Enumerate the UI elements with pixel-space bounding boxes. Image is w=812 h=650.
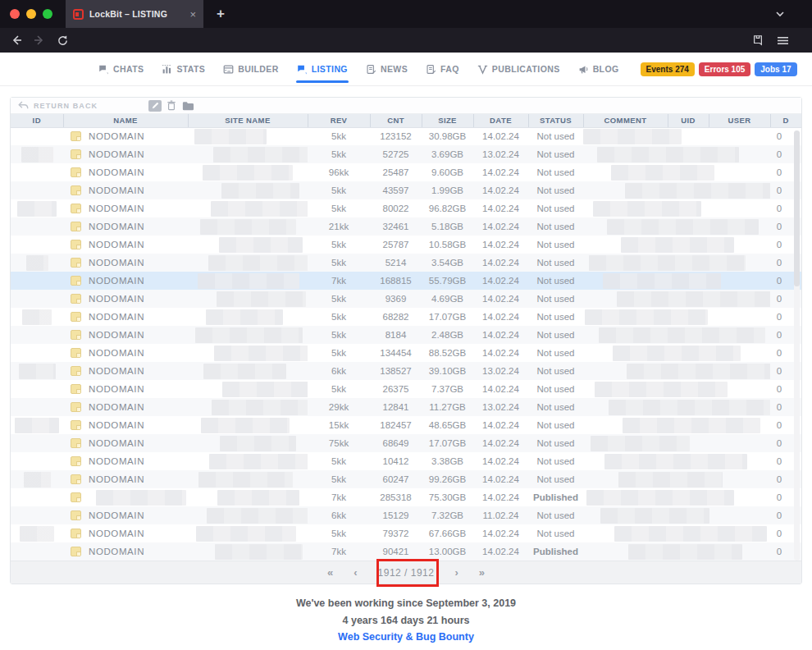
nav-item-builder[interactable]: BUILDER <box>223 64 278 75</box>
col-header-comment[interactable]: COMMENT <box>583 114 668 127</box>
table-row[interactable]: NODOMAIN 5kk 5214 3.54GB 14.02.24 Not us… <box>11 254 801 272</box>
table-row[interactable]: NODOMAIN 5kk 68282 17.07GB 14.02.24 Not … <box>11 308 801 326</box>
table-row[interactable]: NODOMAIN 5kk 8184 2.48GB 14.02.24 Not us… <box>11 326 801 344</box>
redacted-comment-uid-user <box>603 273 721 289</box>
row-name: NODOMAIN <box>89 149 144 159</box>
redacted-id <box>24 472 51 488</box>
table-row[interactable]: NODOMAIN 7kk 168815 55.79GB 14.02.24 Not… <box>11 272 801 290</box>
reload-icon[interactable] <box>54 32 71 48</box>
col-header-name[interactable]: NAME <box>63 114 188 127</box>
table-row[interactable]: NODOMAIN 5kk 79372 67.66GB 14.02.24 Not … <box>11 524 801 542</box>
nav-item-chats[interactable]: CHATS <box>98 64 144 75</box>
close-tab-icon[interactable]: × <box>189 9 196 20</box>
redacted-comment-uid-user <box>617 291 770 307</box>
extensions-icon[interactable] <box>750 32 766 48</box>
prev-page-button[interactable]: ‹ <box>354 566 357 579</box>
row-size: 1.99GB <box>422 181 473 199</box>
publications-icon <box>477 64 488 75</box>
pencil-icon <box>152 102 159 109</box>
nav-item-blog[interactable]: BLOG <box>578 64 619 75</box>
row-cnt: 5214 <box>370 254 422 272</box>
redacted-comment-uid-user <box>595 382 728 397</box>
col-header-size[interactable]: SIZE <box>422 114 473 127</box>
table-row[interactable]: NODOMAIN 5kk 9369 4.69GB 14.02.24 Not us… <box>11 290 801 308</box>
table-row[interactable]: NODOMAIN 6kk 138527 39.10GB 13.02.24 Not… <box>11 362 801 380</box>
forward-icon[interactable] <box>31 32 48 48</box>
table-row[interactable]: NODOMAIN 5kk 25787 10.58GB 14.02.24 Not … <box>11 236 801 254</box>
table-row[interactable]: NODOMAIN 15kk 182457 48.65GB 14.02.24 No… <box>11 416 801 434</box>
minimize-window-button[interactable] <box>26 9 36 19</box>
table-row[interactable]: NODOMAIN 5kk 134454 88.52GB 14.02.24 Not… <box>11 344 801 362</box>
table-row[interactable]: NODOMAIN 5kk 26375 7.37GB 14.02.24 Not u… <box>11 380 801 398</box>
table-row[interactable]: NODOMAIN 5kk 10412 3.38GB 14.02.24 Not u… <box>11 452 801 470</box>
table-row[interactable]: NODOMAIN 96kk 25487 9.60GB 14.02.24 Not … <box>11 163 801 181</box>
col-header-status[interactable]: STATUS <box>528 114 583 127</box>
table-row[interactable]: NODOMAIN 6kk 15129 7.32GB 11.02.24 Not u… <box>11 506 801 524</box>
next-page-button[interactable]: › <box>454 566 458 579</box>
errors-badge[interactable]: Errors 105 <box>699 62 750 76</box>
row-status: Not used <box>528 199 583 217</box>
table-row[interactable]: NODOMAIN 5kk 123152 30.98GB 14.02.24 Not… <box>11 127 801 145</box>
last-page-button[interactable]: » <box>479 566 485 579</box>
nav-item-stats[interactable]: STATS <box>162 64 205 75</box>
table-row[interactable]: NODOMAIN 7kk 90421 13.00GB 14.02.24 Publ… <box>11 542 801 561</box>
table-row[interactable]: NODOMAIN 29kk 12841 11.27GB 13.02.24 Not… <box>11 398 801 416</box>
zoom-window-button[interactable] <box>43 9 52 19</box>
events-badge[interactable]: Events 274 <box>641 62 695 76</box>
table-row[interactable]: NODOMAIN 5kk 52725 3.69GB 13.02.24 Not u… <box>11 145 801 163</box>
row-rev: 96kk <box>308 163 370 181</box>
row-size: 3.69GB <box>422 145 473 163</box>
table-row[interactable]: NODOMAIN 75kk 68649 17.07GB 14.02.24 Not… <box>11 434 801 452</box>
menu-hamburger-icon[interactable] <box>774 32 791 48</box>
table-row[interactable]: NODOMAIN 21kk 32461 5.18GB 14.02.24 Not … <box>11 217 801 236</box>
table-row[interactable]: NODOMAIN 5kk 43597 1.99GB 14.02.24 Not u… <box>11 181 801 199</box>
col-header-user[interactable]: USER <box>709 114 770 127</box>
table-row[interactable]: NODOMAIN 5kk 60247 99.26GB 14.02.24 Not … <box>11 470 801 488</box>
back-icon[interactable] <box>8 32 25 48</box>
panel-toolbar: RETURN BACK <box>11 98 801 114</box>
row-rev: 5kk <box>308 127 370 145</box>
redacted-name <box>96 490 186 506</box>
tab-list-chevron-icon[interactable] <box>774 8 786 20</box>
row-size: 3.54GB <box>422 254 473 272</box>
new-tab-button[interactable]: + <box>212 5 230 23</box>
col-header-id[interactable]: ID <box>11 114 63 127</box>
col-header-rev[interactable]: REV <box>308 114 370 127</box>
return-back-button[interactable]: RETURN BACK <box>18 101 98 110</box>
nav-item-listing[interactable]: LISTING <box>297 64 348 75</box>
row-date: 13.02.24 <box>473 145 528 163</box>
nav-item-faq[interactable]: FAQ <box>426 64 459 75</box>
row-size: 67.66GB <box>422 524 473 542</box>
listing-panel: RETURN BACK ID NAME SITE NAME REV <box>10 97 802 584</box>
row-name: NODOMAIN <box>89 258 144 268</box>
row-date: 14.02.24 <box>473 272 528 290</box>
col-header-d[interactable]: D <box>770 114 801 127</box>
redacted-site-name <box>212 400 308 415</box>
col-header-uid[interactable]: UID <box>668 114 709 127</box>
edit-button[interactable] <box>148 100 162 112</box>
table-body: NODOMAIN 5kk 123152 30.98GB 14.02.24 Not… <box>11 127 801 561</box>
table-row[interactable]: 7kk 285318 75.30GB 14.02.24 Published 0 <box>11 488 801 506</box>
row-size: 30.98GB <box>422 127 473 145</box>
jobs-badge[interactable]: Jobs 17 <box>755 62 796 76</box>
nav-item-publications[interactable]: PUBLICATIONS <box>477 64 560 75</box>
first-page-button[interactable]: « <box>327 566 333 579</box>
col-header-cnt[interactable]: CNT <box>370 114 422 127</box>
row-name: NODOMAIN <box>89 312 144 322</box>
close-window-button[interactable] <box>10 9 20 19</box>
redacted-site-name <box>200 219 296 235</box>
scrollbar-track[interactable] <box>794 130 800 561</box>
browser-tab[interactable]: LockBit – LISTING × <box>66 0 203 28</box>
row-status: Not used <box>528 380 583 398</box>
nav-item-news[interactable]: NEWS <box>366 64 408 75</box>
delete-button[interactable] <box>165 100 178 112</box>
col-header-site-name[interactable]: SITE NAME <box>188 114 308 127</box>
row-rev: 5kk <box>308 470 370 488</box>
scrollbar-thumb[interactable] <box>794 130 800 286</box>
col-header-date[interactable]: DATE <box>473 114 528 127</box>
folder-button[interactable] <box>181 100 194 112</box>
table-row[interactable]: NODOMAIN 5kk 80022 96.82GB 14.02.24 Not … <box>11 199 801 217</box>
row-status: Published <box>528 542 583 561</box>
row-cnt: 25487 <box>370 163 422 181</box>
footer-bug-bounty-link[interactable]: Web Security & Bug Bounty <box>0 631 812 643</box>
